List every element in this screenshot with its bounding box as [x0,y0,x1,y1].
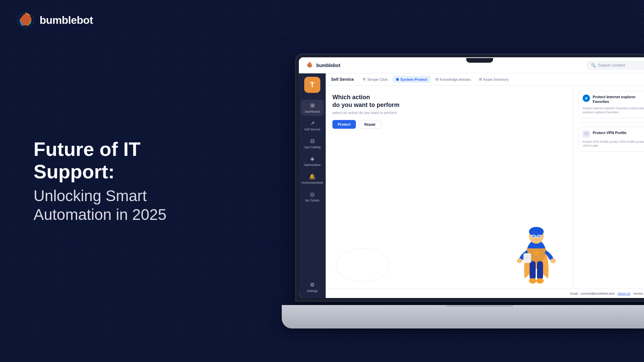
optimization-icon: ◈ [310,156,314,162]
app-logo-text: bumblebot [316,63,340,68]
superhero-illustration [506,212,567,289]
svg-point-24 [529,278,536,284]
laptop-body: bumblebot 🔍 Search content T [295,54,644,302]
footer-email-value: connect@bumblebot.tech [581,292,615,295]
vpn-profile-desc: Protect VPN Profile protect VPN Profile … [583,140,644,148]
result-card-vpn-header: 🛡 Protect VPN Profile [583,130,644,138]
result-card-ie-favorites[interactable]: e Protect Internet explorer Favorites Pr… [578,91,644,118]
svg-point-17 [532,235,535,238]
sidebar-item-optimization[interactable]: ◈ Optimization [301,153,324,169]
tab-knowledge-articles-label: Knowledge Articles [440,77,471,81]
action-panel: Which action do you want to perform sele… [326,85,573,289]
result-card-vpn-profile[interactable]: 🛡 Protect VPN Profile Protect VPN Profil… [578,127,644,152]
app-search-bar[interactable]: 🔍 Search content [587,61,644,69]
sidebar-label-my-tickets: My Tickets [305,199,320,202]
tab-bar: Self Service ⚙ Simple Click ◉ System Pro… [326,73,644,85]
sidebar-logo-letter: T [310,80,314,89]
svg-point-20 [517,258,522,263]
system-protect-icon: ◉ [396,77,399,81]
footer-about-link[interactable]: About US [618,292,631,295]
content-area: Which action do you want to perform sele… [326,85,644,289]
ie-favorites-desc: Protect internet explorer Favorites prot… [583,106,644,115]
footer-version-label: Version [633,292,643,295]
simple-click-icon: ⚙ [363,77,366,81]
app-sidebar: T ⊞ Dashboard ↗ Self Service ⊟ App [299,73,326,298]
knowledge-articles-icon: ⊞ [435,77,438,81]
sidebar-label-settings: Settings [307,289,318,293]
tab-section-title: Self Service [331,77,354,82]
sidebar-item-self-service[interactable]: ↗ Self Service [301,117,324,134]
svg-point-14 [529,227,544,236]
results-panel: e Protect Internet explorer Favorites Pr… [573,85,644,289]
sidebar-item-dashboard[interactable]: ⊞ Dashboard [301,100,324,116]
app-ui: bumblebot 🔍 Search content T [299,57,644,298]
sidebar-item-my-tickets[interactable]: ◎ My Tickets [301,188,324,205]
action-buttons: Protect Repair [332,120,567,129]
tab-system-protect-label: System Protect [400,77,427,81]
search-icon: 🔍 [591,63,596,68]
tab-system-protect[interactable]: ◉ System Protect [392,76,431,83]
sidebar-label-announcements: Announcements [301,181,323,184]
app-catalog-icon: ⊟ [310,138,315,144]
svg-rect-27 [524,253,531,263]
circle-decoration [336,248,389,282]
ie-icon: e [583,95,590,102]
ie-favorites-title: Protect Internet explorer Favorites [593,95,644,104]
tab-asset-inventory-label: Asset Inventory [483,77,509,81]
sidebar-label-optimization: Optimization [304,163,321,167]
tab-asset-inventory[interactable]: ⊞ Asset Inventory [476,76,512,83]
result-divider [578,122,644,123]
sidebar-label-dashboard: Dashboard [305,110,320,113]
svg-point-18 [537,235,541,238]
repair-button[interactable]: Repair [359,120,381,129]
laptop-hinge [446,305,513,307]
tab-simple-click-label: Simple Click [367,77,388,81]
sidebar-label-self-service: Self Service [304,128,320,131]
vpn-profile-title: Protect VPN Profile [593,130,627,135]
protect-button[interactable]: Protect [332,120,356,129]
settings-icon: ⚙ [310,282,315,288]
svg-point-21 [550,258,556,263]
sidebar-label-app-catalog: App Catalog [304,145,321,149]
laptop-base [282,305,644,328]
app-body: T ⊞ Dashboard ↗ Self Service ⊟ App [299,73,644,298]
sidebar-item-app-catalog[interactable]: ⊟ App Catalog [301,135,324,152]
sidebar-item-settings[interactable]: ⚙ Settings [301,279,324,295]
app-logo-area: bumblebot [306,61,340,69]
result-card-ie-header: e Protect Internet explorer Favorites [583,95,644,104]
footer-email-label: Email [570,292,578,295]
tab-knowledge-articles[interactable]: ⊞ Knowledge Articles [432,76,474,83]
app-main: Self Service ⚙ Simple Click ◉ System Pro… [326,73,644,298]
hero-title: Future of IT Support: [34,138,221,183]
tab-simple-click[interactable]: ⚙ Simple Click [359,76,391,83]
svg-rect-23 [537,261,543,280]
page-logo-area: bumblebot [16,11,93,29]
my-tickets-icon: ◎ [310,191,315,197]
asset-inventory-icon: ⊞ [479,77,482,81]
announcements-icon: 🔔 [309,173,316,180]
vpn-icon: 🛡 [583,130,590,138]
action-title: Which action do you want to perform [332,94,567,109]
svg-rect-22 [530,261,536,280]
sidebar-logo-btn[interactable]: T [304,77,320,93]
hero-section: Future of IT Support: Unlocking Smart Au… [34,138,221,224]
camera-notch [466,58,493,63]
screen-bezel: bumblebot 🔍 Search content T [299,57,644,298]
hero-subtitle: Unlocking Smart Automation in 2025 [34,187,221,224]
svg-marker-8 [307,62,312,68]
search-placeholder-text: Search content [598,63,625,68]
svg-point-25 [536,278,544,284]
dashboard-icon: ⊞ [310,102,315,109]
action-subtitle: select an action do you want to perform [332,111,567,115]
bumblebot-logo-icon [16,11,35,29]
app-footer: Email connect@bumblebot.tech About US Ve… [326,289,644,298]
app-logo-icon [306,61,314,69]
self-service-icon: ↗ [310,120,315,126]
laptop-mockup: bumblebot 🔍 Search content T [295,54,644,328]
page-logo-text: bumblebot [40,14,93,26]
sidebar-item-announcements[interactable]: 🔔 Announcements [301,171,324,187]
